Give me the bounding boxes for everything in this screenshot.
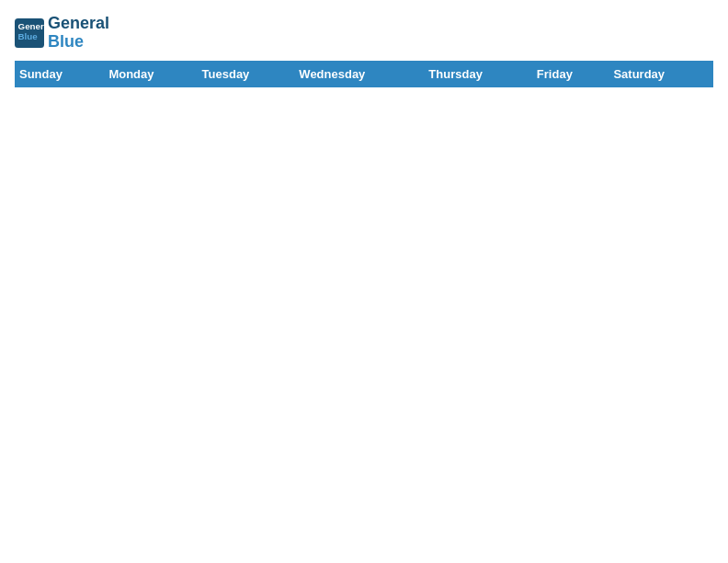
column-header-friday: Friday [532, 61, 609, 86]
column-header-thursday: Thursday [425, 61, 533, 86]
calendar-table: SundayMondayTuesdayWednesdayThursdayFrid… [15, 61, 713, 87]
logo: General Blue General Blue [15, 15, 109, 52]
column-header-saturday: Saturday [609, 61, 713, 86]
column-header-tuesday: Tuesday [198, 61, 295, 86]
calendar-header-row: SundayMondayTuesdayWednesdayThursdayFrid… [16, 61, 713, 86]
svg-text:General: General [18, 21, 44, 31]
svg-text:Blue: Blue [18, 31, 39, 41]
column-header-wednesday: Wednesday [295, 61, 425, 86]
logo-icon: General Blue [15, 18, 44, 48]
column-header-sunday: Sunday [16, 61, 105, 86]
logo-text: General Blue [48, 15, 109, 52]
page-header: General Blue General Blue [15, 15, 713, 52]
column-header-monday: Monday [105, 61, 198, 86]
